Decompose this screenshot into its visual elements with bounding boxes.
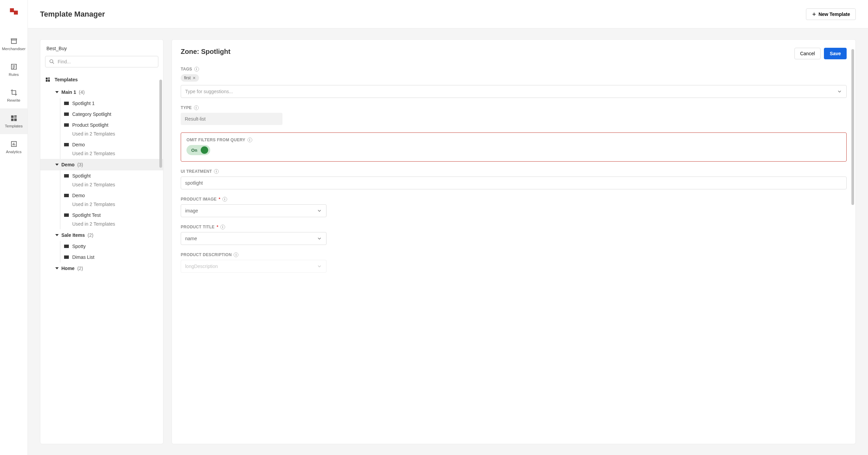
caret-down-icon [55, 234, 59, 236]
svg-line-18 [53, 62, 54, 64]
info-icon[interactable]: i [220, 225, 225, 229]
type-value: Result-list [181, 113, 282, 125]
save-button[interactable]: Save [824, 48, 847, 59]
template-icon [64, 174, 69, 178]
template-icon [64, 143, 69, 146]
tree-item[interactable]: Category Spotlight [40, 109, 163, 120]
tree-item[interactable]: Demo [40, 190, 163, 201]
chevron-down-icon [837, 89, 842, 94]
ui-treatment-input[interactable] [181, 177, 847, 189]
page-title: Template Manager [40, 10, 105, 19]
svg-rect-20 [48, 78, 50, 79]
nav-label: Rules [9, 73, 19, 77]
tree-group-main1[interactable]: Main 1 (4) [40, 86, 163, 98]
product-image-section: PRODUCT IMAGE*i image [181, 197, 847, 217]
tags-section: TAGSi first ✕ Type for suggestions... [181, 67, 847, 98]
nav-label: Rewrite [7, 98, 20, 102]
template-icon [64, 213, 69, 217]
storefront-icon [10, 37, 18, 45]
list-icon [10, 63, 18, 70]
project-name: Best_Buy [40, 40, 163, 56]
product-title-select[interactable]: name [181, 232, 327, 245]
type-section: TYPEi Result-list [181, 105, 847, 125]
workspace: Best_Buy Templates Main 1 [28, 28, 868, 455]
page-header: Template Manager New Template [28, 0, 868, 28]
scrollbar[interactable] [159, 80, 162, 168]
search-input-wrapper[interactable] [45, 56, 158, 67]
svg-rect-21 [48, 79, 50, 79]
nav-label: Analytics [6, 150, 21, 154]
logo-icon[interactable] [9, 7, 19, 17]
omit-filters-section: OMIT FILTERS FROM QUERYi On [181, 132, 847, 162]
svg-rect-8 [14, 117, 16, 118]
svg-rect-6 [11, 116, 13, 118]
icon-rail: Merchandiser Rules Rewrite Templates Ana… [0, 0, 28, 455]
svg-rect-10 [14, 119, 16, 121]
svg-rect-9 [11, 119, 13, 121]
template-icon [64, 245, 69, 248]
usage-label: Used in 2 Templates [40, 150, 163, 159]
chevron-down-icon [317, 264, 322, 269]
caret-down-icon [55, 91, 59, 93]
svg-rect-0 [10, 8, 14, 12]
svg-rect-1 [14, 11, 18, 15]
product-image-select[interactable]: image [181, 204, 327, 217]
tree-panel: Best_Buy Templates Main 1 [40, 39, 163, 444]
tags-input[interactable]: Type for suggestions... [181, 85, 847, 98]
info-icon[interactable]: i [194, 67, 199, 71]
template-icon [64, 255, 69, 259]
nav-label: Merchandiser [2, 47, 26, 51]
tree-group-demo[interactable]: Demo (3) [40, 159, 163, 170]
product-description-select[interactable]: longDescription [181, 260, 327, 273]
info-icon[interactable]: i [214, 169, 219, 174]
svg-point-17 [50, 60, 53, 63]
svg-rect-22 [46, 80, 47, 82]
product-title-section: PRODUCT TITLE*i name [181, 225, 847, 245]
svg-rect-19 [46, 78, 47, 79]
search-icon [49, 59, 55, 65]
tree-group-sale[interactable]: Sale Items (2) [40, 229, 163, 241]
cancel-button[interactable]: Cancel [794, 48, 821, 59]
new-template-button[interactable]: New Template [806, 8, 856, 20]
chevron-down-icon [317, 236, 322, 241]
ui-treatment-section: UI TREATMENTi [181, 169, 847, 189]
chart-icon [10, 140, 18, 148]
tree-item[interactable]: Spotlight Test [40, 210, 163, 221]
tree-group-home[interactable]: Home (2) [40, 263, 163, 274]
omit-filters-toggle[interactable]: On [186, 145, 210, 155]
detail-panel: Zone: Spotlight Cancel Save TAGSi first … [172, 39, 856, 444]
tree-item[interactable]: Spotty [40, 241, 163, 252]
search-input[interactable] [58, 59, 155, 64]
nav-templates[interactable]: Templates [0, 108, 27, 134]
tree-item[interactable]: Demo [40, 139, 163, 150]
template-icon [64, 112, 69, 116]
dashboard-icon [45, 77, 51, 82]
nav-analytics[interactable]: Analytics [0, 134, 27, 160]
toggle-knob [201, 146, 208, 154]
usage-label: Used in 2 Templates [40, 181, 163, 190]
info-icon[interactable]: i [222, 197, 227, 202]
nav-rewrite[interactable]: Rewrite [0, 83, 27, 108]
tree-item[interactable]: Dimas List [40, 252, 163, 263]
usage-label: Used in 2 Templates [40, 221, 163, 229]
nav-label: Templates [5, 124, 22, 128]
tree-scroll[interactable]: Templates Main 1 (4) Spotlight 1 Categor… [40, 73, 163, 444]
scrollbar[interactable] [851, 49, 854, 205]
tree-item[interactable]: Product Spotlight [40, 120, 163, 130]
nav-rules[interactable]: Rules [0, 57, 27, 83]
nav-merchandiser[interactable]: Merchandiser [0, 31, 27, 57]
plus-icon [812, 12, 816, 17]
info-icon[interactable]: i [234, 252, 238, 257]
svg-rect-7 [14, 116, 16, 117]
product-description-section: PRODUCT DESCRIPTIONi longDescription [181, 252, 847, 273]
tag-remove-icon[interactable]: ✕ [193, 76, 196, 80]
tree-item[interactable]: Spotlight 1 [40, 98, 163, 109]
template-icon [64, 194, 69, 197]
svg-rect-23 [48, 80, 50, 82]
tree-item[interactable]: Spotlight [40, 170, 163, 181]
crop-icon [10, 89, 18, 96]
info-icon[interactable]: i [248, 138, 252, 142]
tag-chip[interactable]: first ✕ [181, 74, 199, 82]
info-icon[interactable]: i [194, 105, 199, 110]
templates-header[interactable]: Templates [40, 73, 163, 86]
